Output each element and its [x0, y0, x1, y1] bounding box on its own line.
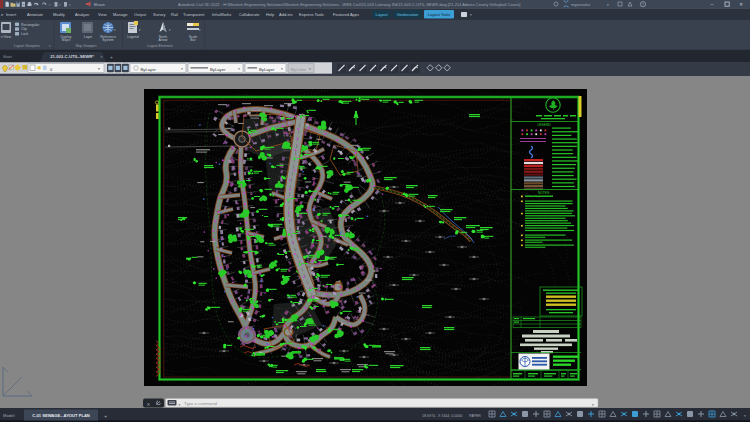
svg-text:ByLayer: ByLayer — [210, 67, 226, 72]
svg-text:Transparent: Transparent — [183, 12, 205, 17]
svg-text:Maps: Maps — [62, 38, 71, 42]
svg-text:Layer: Layer — [84, 35, 93, 39]
svg-text:Manage: Manage — [113, 12, 128, 17]
svg-text:Express Tools: Express Tools — [299, 12, 324, 17]
svg-text:Bar: Bar — [190, 38, 196, 42]
svg-text:ByLayer: ByLayer — [141, 67, 157, 72]
svg-text:▾: ▾ — [181, 67, 183, 71]
svg-text:Autodesk Civil 3D 2022 - H:\: Autodesk Civil 3D 2022 - H:\Western Engi… — [178, 2, 520, 7]
svg-text:Insert: Insert — [6, 12, 17, 17]
svg-text:Help: Help — [266, 12, 275, 17]
svg-text:InfraWorks: InfraWorks — [212, 12, 231, 17]
svg-text:System: System — [102, 38, 113, 42]
svg-text:C-01 SEWAGE...AYOUT PLAN: C-01 SEWAGE...AYOUT PLAN — [32, 413, 90, 418]
svg-text:Model: Model — [3, 413, 14, 418]
svg-text:Share: Share — [94, 2, 106, 7]
svg-text:View: View — [98, 12, 107, 17]
svg-text:Collaborate: Collaborate — [239, 12, 260, 17]
svg-text:Layout Viewports: Layout Viewports — [14, 44, 40, 48]
svg-text:▾: ▾ — [607, 3, 609, 7]
svg-text:✕: ✕ — [147, 402, 151, 407]
svg-text:mgonzalez: mgonzalez — [571, 2, 590, 7]
svg-text:LEGEND: LEGEND — [537, 123, 551, 127]
svg-text:Rail: Rail — [171, 12, 178, 17]
svg-text:21-003-C-UTIL-SEWR*: 21-003-C-UTIL-SEWR* — [50, 54, 94, 59]
svg-text:Start: Start — [3, 54, 13, 59]
svg-text:|: | — [422, 67, 423, 72]
svg-text:▾: ▾ — [98, 67, 100, 71]
svg-text:Layout: Layout — [375, 12, 388, 17]
svg-text:Layout Elements: Layout Elements — [147, 44, 173, 48]
svg-text:18.6974, -9.7444, 0.0000: 18.6974, -9.7444, 0.0000 — [422, 414, 462, 418]
svg-text:Geolocation: Geolocation — [397, 12, 418, 17]
svg-text:Featured Apps: Featured Apps — [333, 12, 359, 17]
svg-text:Layout Tools: Layout Tools — [428, 12, 450, 17]
svg-text:Rectangular: Rectangular — [21, 23, 40, 27]
svg-text:Lock: Lock — [21, 32, 28, 36]
svg-text:ByColor: ByColor — [291, 67, 306, 72]
svg-text:PAPER: PAPER — [469, 414, 481, 418]
svg-text:NOTES:: NOTES: — [538, 191, 550, 195]
svg-text:ByLayer: ByLayer — [259, 67, 275, 72]
svg-text:▾: ▾ — [179, 403, 181, 407]
svg-text:▾: ▾ — [238, 67, 240, 71]
svg-text:✕: ✕ — [739, 1, 743, 7]
svg-text:Clip: Clip — [21, 27, 27, 31]
svg-text:Type a command: Type a command — [184, 401, 218, 406]
svg-text:?: ? — [642, 3, 644, 7]
svg-text:Map Viewport: Map Viewport — [76, 44, 97, 48]
svg-text:Arrow: Arrow — [159, 38, 168, 42]
svg-text:Annotate: Annotate — [27, 12, 44, 17]
svg-text:✕: ✕ — [100, 55, 103, 59]
svg-text:▾: ▾ — [592, 403, 594, 407]
svg-text:+: + — [110, 54, 113, 60]
svg-text:▾: ▾ — [744, 414, 746, 418]
svg-text:Modify: Modify — [53, 12, 65, 17]
svg-text:▾: ▾ — [470, 13, 472, 17]
svg-text:Add-ins: Add-ins — [279, 12, 293, 17]
svg-text:+: + — [104, 413, 107, 419]
svg-text:rt View: rt View — [1, 35, 12, 39]
svg-text:▾: ▾ — [309, 67, 311, 71]
svg-text:Analyze: Analyze — [75, 12, 90, 17]
svg-text:▾: ▾ — [281, 67, 283, 71]
svg-text:Output: Output — [134, 12, 147, 17]
svg-text:Survey: Survey — [153, 12, 165, 17]
svg-text:Legend: Legend — [127, 35, 138, 39]
